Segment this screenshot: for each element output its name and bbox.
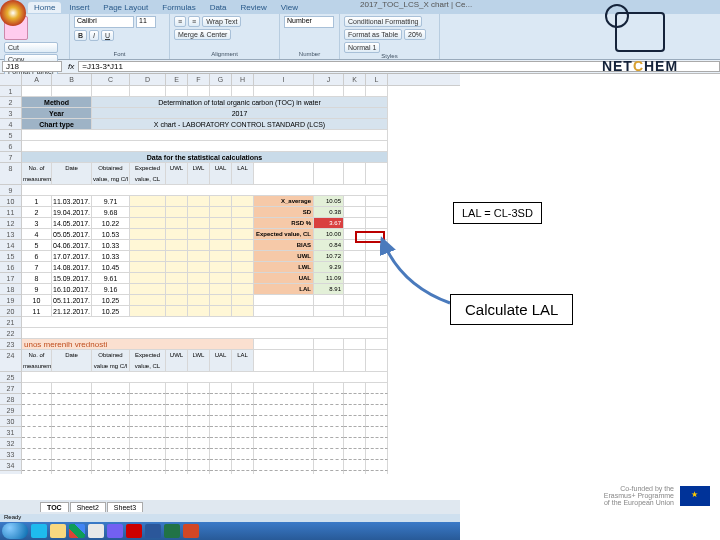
cell[interactable]: UWL <box>254 251 314 262</box>
cell[interactable]: UAL <box>210 163 232 185</box>
cell[interactable] <box>92 405 130 416</box>
cell[interactable] <box>166 240 188 251</box>
cell[interactable] <box>314 295 344 306</box>
fx-icon[interactable]: fx <box>64 62 78 71</box>
cell[interactable] <box>254 306 314 317</box>
cell[interactable] <box>166 383 188 394</box>
cell[interactable] <box>22 86 52 97</box>
row-header[interactable]: 31 <box>0 427 22 438</box>
cell[interactable] <box>52 449 92 460</box>
italic-button[interactable]: I <box>89 30 99 41</box>
row-header[interactable]: 11 <box>0 207 22 218</box>
cell[interactable] <box>232 427 254 438</box>
cell[interactable] <box>52 471 92 474</box>
cell[interactable] <box>188 438 210 449</box>
cell[interactable] <box>22 405 52 416</box>
row-header[interactable]: 35 <box>0 471 22 474</box>
cell[interactable] <box>22 141 388 152</box>
row-header[interactable]: 34 <box>0 460 22 471</box>
cell[interactable]: X_average <box>254 196 314 207</box>
cell[interactable] <box>188 306 210 317</box>
cell[interactable] <box>366 427 388 438</box>
cell[interactable] <box>232 405 254 416</box>
cell[interactable] <box>344 416 366 427</box>
cell[interactable] <box>314 163 344 185</box>
row-header[interactable]: 13 <box>0 229 22 240</box>
cell[interactable]: 3.67 <box>314 218 344 229</box>
cell[interactable] <box>232 416 254 427</box>
cell[interactable]: Expected value, CL <box>130 350 166 372</box>
cell[interactable]: Date <box>52 350 92 372</box>
cell[interactable] <box>188 284 210 295</box>
cell[interactable] <box>166 284 188 295</box>
cell[interactable] <box>22 438 52 449</box>
cell[interactable] <box>166 471 188 474</box>
cell[interactable] <box>254 449 314 460</box>
cell[interactable] <box>166 416 188 427</box>
cell[interactable] <box>366 218 388 229</box>
cell[interactable] <box>210 394 232 405</box>
cell[interactable] <box>92 383 130 394</box>
cell[interactable] <box>130 416 166 427</box>
cell[interactable] <box>344 438 366 449</box>
cell[interactable] <box>130 284 166 295</box>
cell[interactable] <box>366 383 388 394</box>
row-header[interactable]: 1 <box>0 86 22 97</box>
cell[interactable] <box>232 251 254 262</box>
cell[interactable] <box>314 471 344 474</box>
tab-insert[interactable]: Insert <box>63 2 95 13</box>
select-all-corner[interactable] <box>0 74 22 85</box>
col-header-c[interactable]: C <box>92 74 130 85</box>
cell[interactable] <box>210 86 232 97</box>
cell[interactable] <box>344 306 366 317</box>
cell[interactable]: 2017 <box>92 108 388 119</box>
cell[interactable]: Expected value, CL <box>130 163 166 185</box>
cell[interactable]: 10.25 <box>92 295 130 306</box>
cell[interactable] <box>232 295 254 306</box>
cell[interactable] <box>366 86 388 97</box>
cell[interactable] <box>130 295 166 306</box>
cell[interactable]: UAL <box>254 273 314 284</box>
cell[interactable] <box>366 460 388 471</box>
col-header-b[interactable]: B <box>52 74 92 85</box>
cell[interactable] <box>188 295 210 306</box>
format-as-table-button[interactable]: Format as Table <box>344 29 402 40</box>
cell[interactable]: 11 <box>22 306 52 317</box>
cell[interactable] <box>22 449 52 460</box>
tab-review[interactable]: Review <box>235 2 273 13</box>
wrap-text-button[interactable]: Wrap Text <box>202 16 241 27</box>
cell[interactable] <box>188 240 210 251</box>
cell[interactable] <box>188 405 210 416</box>
cell[interactable] <box>366 350 388 372</box>
row-header[interactable]: 6 <box>0 141 22 152</box>
cell[interactable] <box>210 229 232 240</box>
tab-formulas[interactable]: Formulas <box>156 2 201 13</box>
cell[interactable] <box>314 449 344 460</box>
cell[interactable] <box>366 416 388 427</box>
cell[interactable]: 10.53 <box>92 229 130 240</box>
tab-page-layout[interactable]: Page Layout <box>97 2 154 13</box>
cell[interactable]: 9 <box>22 284 52 295</box>
cell[interactable] <box>130 218 166 229</box>
cell[interactable] <box>166 427 188 438</box>
cell[interactable] <box>366 339 388 350</box>
font-size-select[interactable]: 11 <box>136 16 156 28</box>
cell[interactable] <box>232 460 254 471</box>
cell[interactable] <box>210 251 232 262</box>
zoom-display[interactable]: 20% <box>404 29 426 40</box>
cell[interactable]: 05.11.2017. <box>52 295 92 306</box>
cell[interactable] <box>344 284 366 295</box>
cell[interactable] <box>366 207 388 218</box>
cell[interactable] <box>188 471 210 474</box>
cell[interactable] <box>344 262 366 273</box>
cell[interactable] <box>210 405 232 416</box>
cell[interactable] <box>166 229 188 240</box>
cell[interactable] <box>130 383 166 394</box>
cell[interactable] <box>188 273 210 284</box>
cell[interactable]: 10.00 <box>314 229 344 240</box>
row-header[interactable]: 12 <box>0 218 22 229</box>
cell[interactable] <box>22 317 388 328</box>
cell[interactable] <box>210 262 232 273</box>
cell[interactable]: LWL <box>254 262 314 273</box>
taskbar-app-icon[interactable] <box>88 524 104 538</box>
